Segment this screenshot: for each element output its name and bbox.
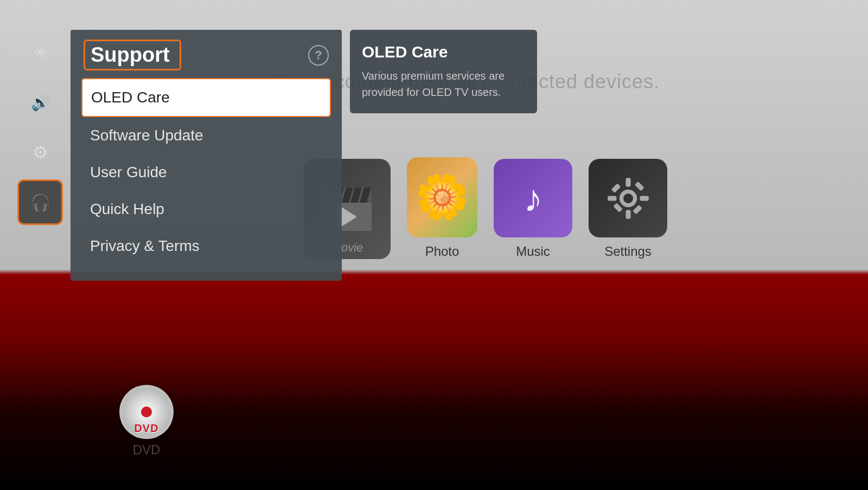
svg-rect-8	[613, 203, 623, 212]
gear-svg-icon	[604, 174, 653, 223]
support-header: Support ?	[71, 30, 342, 78]
dvd-text-overlay: DVD	[134, 422, 158, 435]
svg-rect-3	[626, 210, 630, 218]
support-panel: Support ? OLED Care Software Update User…	[71, 30, 342, 281]
svg-rect-7	[633, 204, 642, 214]
sidebar-item-settings[interactable]: ⚙	[17, 130, 63, 175]
photo-app-label: Photo	[425, 244, 459, 259]
app-item-settings[interactable]: Settings	[589, 159, 667, 259]
music-icon: ♪	[494, 159, 572, 237]
headset-icon: 🎧	[30, 193, 50, 212]
help-icon[interactable]: ?	[308, 45, 329, 66]
home-icon: ✳	[33, 42, 48, 63]
photo-icon: 🌼	[407, 157, 477, 237]
dvd-disc: DVD	[119, 385, 174, 439]
settings-app-label: Settings	[604, 244, 652, 259]
app-item-music[interactable]: ♪ Music	[494, 159, 572, 259]
menu-item-privacy-terms[interactable]: Privacy & Terms	[81, 228, 331, 265]
info-card-title: OLED Care	[362, 43, 525, 61]
menu-item-quick-help[interactable]: Quick Help	[81, 191, 331, 228]
app-item-photo[interactable]: 🌼 Photo	[407, 157, 477, 259]
music-note-icon: ♪	[524, 177, 542, 220]
menu-item-user-guide[interactable]: User Guide	[81, 154, 331, 191]
sidebar: ✳ 🔊 ⚙ 🎧	[17, 30, 66, 225]
dvd-area[interactable]: DVD DVD	[119, 385, 174, 457]
dvd-center-hole	[141, 407, 152, 417]
info-card: OLED Care Various premium services are p…	[350, 30, 537, 113]
apps-row: Movie 🌼 Photo ♪ Music	[304, 157, 667, 259]
support-title: Support	[84, 40, 181, 70]
sidebar-item-support[interactable]: 🎧	[17, 179, 63, 225]
menu-item-oled-care[interactable]: OLED Care	[81, 78, 331, 117]
menu-item-software-update[interactable]: Software Update	[81, 117, 331, 154]
support-menu: OLED Care Software Update User Guide Qui…	[71, 78, 342, 265]
svg-rect-5	[640, 196, 648, 201]
gear-icon: ⚙	[33, 142, 48, 163]
music-app-label: Music	[516, 244, 550, 259]
svg-rect-9	[634, 181, 644, 191]
svg-rect-4	[608, 196, 616, 201]
svg-rect-6	[611, 183, 621, 193]
info-card-description: Various premium services are provided fo…	[362, 68, 525, 100]
sidebar-item-sound[interactable]: 🔊	[17, 80, 63, 125]
sound-icon: 🔊	[31, 94, 50, 112]
svg-point-1	[623, 194, 633, 203]
dvd-label: DVD	[133, 442, 161, 457]
settings-icon	[589, 159, 667, 237]
daisy-image: 🌼	[407, 157, 477, 237]
sidebar-item-home[interactable]: ✳	[17, 30, 63, 75]
svg-rect-2	[626, 178, 630, 186]
